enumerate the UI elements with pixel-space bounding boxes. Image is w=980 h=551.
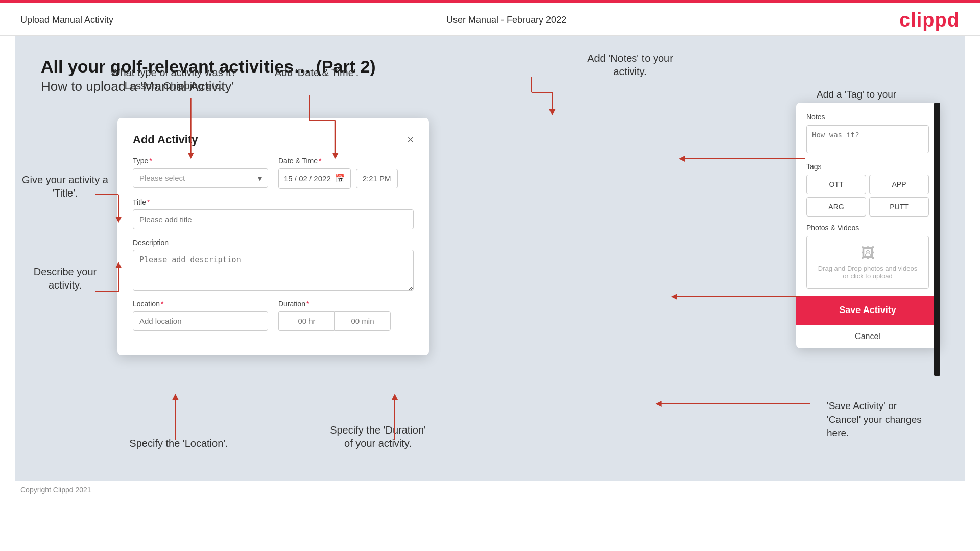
logo: clippd bbox=[899, 9, 960, 31]
time-input[interactable]: 2:21 PM bbox=[356, 169, 398, 188]
duration-field-group: Duration* bbox=[278, 300, 414, 331]
upload-text: Drag and Drop photos and videos or click… bbox=[815, 265, 920, 280]
location-input[interactable] bbox=[133, 311, 268, 331]
header: Upload Manual Activity User Manual - Feb… bbox=[0, 3, 980, 36]
tag-putt[interactable]: PUTT bbox=[869, 197, 929, 217]
annotation-describe: Describe your activity. bbox=[20, 265, 110, 292]
duration-group bbox=[278, 311, 414, 331]
page-title: Upload Manual Activity bbox=[20, 15, 113, 26]
annotation-location: Specify the 'Location'. bbox=[128, 437, 230, 450]
location-label: Location* bbox=[133, 300, 268, 308]
description-input[interactable] bbox=[133, 250, 414, 291]
upload-icon: 🖼 bbox=[815, 245, 920, 261]
datetime-group: 15 / 02 / 2022 📅 2:21 PM bbox=[278, 168, 414, 189]
annotation-what-type: What type of activity was it? Lesson, Ch… bbox=[110, 66, 237, 92]
annotation-save: 'Save Activity' or 'Cancel' your changes… bbox=[827, 399, 965, 440]
notes-input[interactable] bbox=[806, 125, 929, 153]
svg-marker-22 bbox=[549, 109, 555, 115]
duration-min-input[interactable] bbox=[334, 311, 391, 331]
datetime-label: Date & Time* bbox=[278, 157, 414, 165]
main-content: All your golf-relevant activities… (Part… bbox=[15, 36, 965, 481]
modal-header: Add Activity × bbox=[133, 133, 414, 147]
svg-marker-25 bbox=[679, 156, 685, 162]
notes-panel: Notes Tags OTT APP ARG PUTT Photos & Vid… bbox=[796, 103, 939, 348]
annotation-date-time: Add 'Date & Time'. bbox=[266, 66, 368, 79]
title-label: Title* bbox=[133, 198, 414, 206]
photo-upload-area[interactable]: 🖼 Drag and Drop photos and videos or cli… bbox=[806, 236, 929, 289]
date-value: 15 / 02 / 2022 bbox=[284, 174, 331, 183]
tag-app[interactable]: APP bbox=[869, 175, 929, 194]
description-field-group: Description bbox=[133, 238, 414, 291]
cancel-button[interactable]: Cancel bbox=[796, 325, 939, 348]
svg-marker-18 bbox=[392, 394, 398, 400]
add-activity-modal: Add Activity × Type* Please select ▾ Dat… bbox=[117, 118, 429, 355]
duration-hr-input[interactable] bbox=[278, 311, 334, 331]
save-activity-button[interactable]: Save Activity bbox=[796, 296, 939, 325]
type-select[interactable]: Please select bbox=[133, 168, 268, 188]
form-row-type-datetime: Type* Please select ▾ Date & Time* 15 / … bbox=[133, 157, 414, 189]
tags-grid: OTT APP ARG PUTT bbox=[806, 175, 929, 217]
type-field-group: Type* Please select ▾ bbox=[133, 157, 268, 189]
svg-marker-15 bbox=[172, 394, 178, 400]
type-label: Type* bbox=[133, 157, 268, 165]
svg-marker-30 bbox=[655, 401, 661, 407]
modal-close-button[interactable]: × bbox=[407, 134, 414, 146]
notes-panel-sidebar bbox=[934, 103, 940, 376]
tag-ott[interactable]: OTT bbox=[806, 175, 866, 194]
form-row-location-duration: Location* Duration* bbox=[133, 300, 414, 331]
notes-label: Notes bbox=[806, 113, 929, 121]
tags-label: Tags bbox=[806, 162, 929, 171]
date-input[interactable]: 15 / 02 / 2022 📅 bbox=[278, 168, 351, 189]
description-label: Description bbox=[133, 238, 414, 247]
svg-marker-27 bbox=[671, 294, 677, 300]
modal-title: Add Activity bbox=[133, 133, 198, 147]
datetime-field-group: Date & Time* 15 / 02 / 2022 📅 2:21 PM bbox=[278, 157, 414, 189]
annotation-title: Give your activity a 'Title'. bbox=[20, 173, 110, 200]
calendar-icon: 📅 bbox=[335, 174, 345, 183]
notes-content: Notes Tags OTT APP ARG PUTT Photos & Vid… bbox=[796, 103, 939, 289]
location-field-group: Location* bbox=[133, 300, 268, 331]
manual-title: User Manual - February 2022 bbox=[446, 15, 566, 26]
photos-label: Photos & Videos bbox=[806, 224, 929, 232]
footer: Copyright Clippd 2021 bbox=[0, 481, 980, 499]
title-field-group: Title* bbox=[133, 198, 414, 229]
type-select-wrapper: Please select ▾ bbox=[133, 168, 268, 188]
annotation-notes: Add 'Notes' to your activity. bbox=[579, 52, 681, 78]
title-input[interactable] bbox=[133, 209, 414, 229]
tag-arg[interactable]: ARG bbox=[806, 197, 866, 217]
copyright: Copyright Clippd 2021 bbox=[20, 486, 91, 494]
duration-label: Duration* bbox=[278, 300, 414, 308]
annotation-duration: Specify the 'Duration' of your activity. bbox=[317, 423, 439, 450]
